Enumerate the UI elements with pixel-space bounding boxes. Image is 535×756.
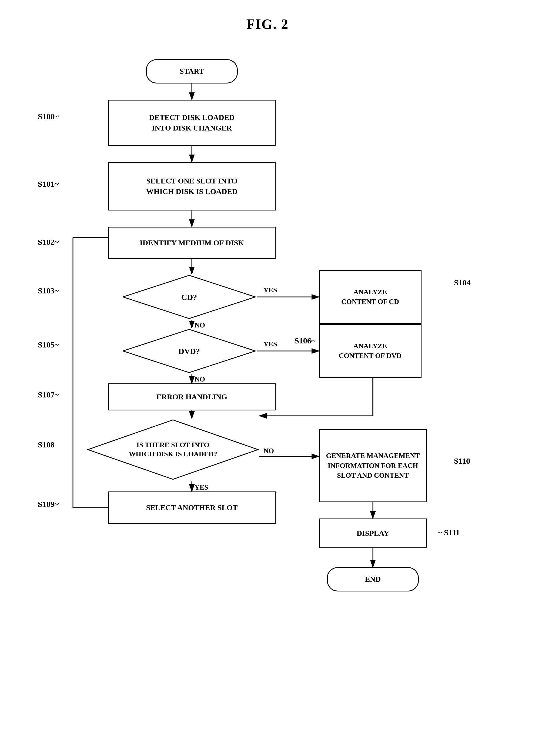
s109-text: SELECT ANOTHER SLOT <box>142 500 242 515</box>
s103-text: CD? <box>181 292 197 302</box>
s105-diamond: DVD? <box>122 328 257 374</box>
figure-title: FIG. 2 <box>0 0 535 43</box>
s108-step-label: S108 <box>38 440 55 449</box>
s100-box: DETECT DISK LOADED INTO DISK CHANGER <box>108 100 276 146</box>
s106-text: ANALYZE CONTENT OF DVD <box>334 339 406 363</box>
flowchart: START S100~ DETECT DISK LOADED INTO DISK… <box>0 43 535 756</box>
s108-no-label: NO <box>264 447 274 455</box>
s111-step-label: ~ S111 <box>438 528 460 537</box>
start-label: START <box>175 64 208 79</box>
s102-step-label: S102~ <box>38 238 59 247</box>
s108-diamond: IS THERE SLOT INTO WHICH DISK IS LOADED? <box>86 419 259 481</box>
s100-text: DETECT DISK LOADED INTO DISK CHANGER <box>145 110 239 135</box>
s103-diamond: CD? <box>122 274 257 320</box>
s106-box: ANALYZE CONTENT OF DVD <box>319 324 422 378</box>
s102-box: IDENTIFY MEDIUM OF DISK <box>108 227 276 259</box>
s111-text: DISPLAY <box>352 526 393 541</box>
s108-yes-label: YES <box>195 483 208 491</box>
start-node: START <box>146 59 238 83</box>
s101-text: SELECT ONE SLOT INTO WHICH DISK IS LOADE… <box>142 174 242 199</box>
s105-step-label: S105~ <box>38 340 59 350</box>
s105-text: DVD? <box>178 346 200 356</box>
s103-yes-label: YES <box>264 286 277 294</box>
s107-step-label: S107~ <box>38 390 59 399</box>
s107-text: ERROR HANDLING <box>152 389 232 404</box>
s101-step-label: S101~ <box>38 180 59 189</box>
s104-text: ANALYZE CONTENT OF CD <box>337 285 404 309</box>
s109-box: SELECT ANOTHER SLOT <box>108 491 276 524</box>
s102-text: IDENTIFY MEDIUM OF DISK <box>135 235 248 250</box>
s103-step-label: S103~ <box>38 286 59 295</box>
s100-step-label: S100~ <box>38 112 59 121</box>
s105-no-label: NO <box>195 375 205 383</box>
s104-step-label: S104 <box>454 278 471 287</box>
s111-box: DISPLAY <box>319 518 427 548</box>
s110-step-label: S110 <box>454 456 470 465</box>
s104-box: ANALYZE CONTENT OF CD <box>319 270 422 324</box>
s107-box: ERROR HANDLING <box>108 383 276 410</box>
end-node: END <box>327 567 419 591</box>
end-label: END <box>360 572 385 587</box>
s105-yes-label: YES <box>264 340 277 348</box>
s101-box: SELECT ONE SLOT INTO WHICH DISK IS LOADE… <box>108 162 276 210</box>
s110-box: GENERATE MANAGEMENT INFORMATION FOR EACH… <box>319 429 427 502</box>
s106-step-label: S106~ <box>295 336 315 345</box>
s110-text: GENERATE MANAGEMENT INFORMATION FOR EACH… <box>322 449 424 483</box>
s109-step-label: S109~ <box>38 500 59 509</box>
s108-text: IS THERE SLOT INTO WHICH DISK IS LOADED? <box>128 440 217 459</box>
